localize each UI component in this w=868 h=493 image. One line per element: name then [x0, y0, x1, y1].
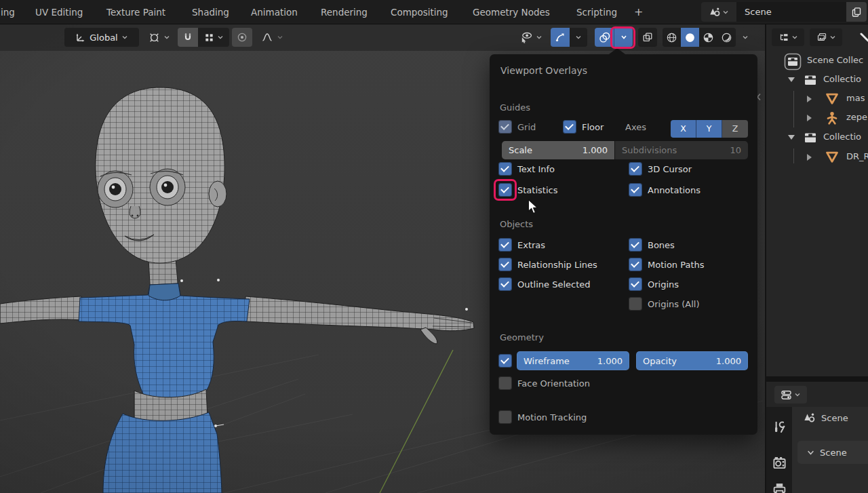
shading-solid-button[interactable] — [681, 28, 699, 47]
snap-settings-dropdown[interactable] — [198, 28, 229, 47]
checkbox[interactable] — [498, 120, 512, 134]
extras-checkbox[interactable]: Extras — [498, 238, 545, 252]
viewport-header: Global — [0, 24, 765, 51]
origins-all-checkbox[interactable]: Origins (All) — [629, 297, 699, 311]
chevron-down-icon — [807, 449, 814, 456]
properties-breadcrumb[interactable]: Scene — [803, 412, 848, 425]
new-scene-button[interactable] — [846, 2, 867, 22]
outline-selected-checkbox[interactable]: Outline Selected — [498, 277, 591, 291]
tab-tool-properties[interactable] — [766, 414, 792, 441]
statistics-checkbox[interactable]: Statistics — [498, 183, 557, 197]
workspace-tab-scripting[interactable]: Scripting — [576, 0, 617, 24]
outliner-row-collection-2[interactable]: Collectio — [766, 128, 868, 147]
checkbox[interactable] — [498, 277, 512, 291]
checkbox[interactable] — [629, 238, 642, 252]
checkbox[interactable] — [629, 277, 642, 291]
disclosure-caret-icon[interactable] — [788, 135, 795, 140]
workspace-tab-geometry-nodes[interactable]: Geometry Nodes — [473, 0, 550, 24]
axis-y-toggle[interactable]: Y — [696, 120, 722, 138]
scene-panel-header[interactable]: Scene — [797, 441, 868, 464]
checkbox[interactable] — [629, 162, 642, 176]
viewport-overlays-popover: Viewport Overlays Guides Grid Floor Axes… — [490, 54, 757, 435]
checkbox[interactable] — [629, 258, 642, 271]
origins-checkbox[interactable]: Origins — [629, 277, 679, 291]
grid-scale-slider[interactable]: Scale 1.000 — [502, 141, 614, 159]
outliner-row-mesh-2[interactable]: DR_R — [766, 148, 868, 167]
properties-editor-type-dropdown[interactable] — [774, 386, 807, 403]
disclosure-caret-icon[interactable] — [788, 77, 795, 82]
editor-divider[interactable] — [766, 376, 868, 382]
tab-render-properties[interactable] — [766, 449, 792, 476]
workspace-tab-partial[interactable]: ing — [1, 0, 15, 24]
outliner-display-mode-dropdown[interactable] — [772, 28, 804, 46]
outliner-row-mesh-1[interactable]: mas — [766, 90, 868, 109]
workspace-tab-texture-paint[interactable]: Texture Paint — [106, 0, 165, 24]
motion-paths-checkbox[interactable]: Motion Paths — [629, 258, 705, 271]
workspace-tab-uv-editing[interactable]: UV Editing — [35, 0, 83, 24]
checkbox[interactable] — [498, 258, 512, 271]
checkbox[interactable] — [498, 183, 512, 197]
shading-material-button[interactable] — [699, 28, 717, 47]
tab-output-properties[interactable] — [766, 479, 792, 493]
transform-orientation-dropdown[interactable]: Global — [64, 28, 139, 47]
shading-rendered-button[interactable] — [717, 28, 736, 47]
wireframe-sphere-icon — [666, 32, 677, 43]
mesh-triangle-icon — [825, 92, 840, 106]
relationship-lines-checkbox[interactable]: Relationship Lines — [498, 258, 597, 271]
workspace-tab-compositing[interactable]: Compositing — [391, 0, 448, 24]
show-object-types-dropdown[interactable] — [515, 28, 547, 47]
checkbox[interactable] — [563, 120, 576, 134]
disclosure-caret-icon[interactable] — [807, 96, 812, 102]
xray-toggle[interactable] — [638, 28, 657, 47]
shading-wireframe-button[interactable] — [663, 28, 681, 47]
outliner-row-collection-1[interactable]: Collectio — [766, 71, 868, 90]
checkbox[interactable] — [629, 183, 642, 197]
3d-viewport[interactable]: Global — [0, 24, 765, 493]
scene-name-field[interactable]: Scene — [736, 2, 846, 22]
outliner-row-scene-collection[interactable]: Scene Collec — [766, 52, 868, 71]
floor-checkbox[interactable]: Floor — [563, 120, 604, 134]
axis-x-toggle[interactable]: X — [671, 120, 696, 138]
outliner-row-armature[interactable]: zepe — [766, 109, 868, 127]
wireframe-slider[interactable]: Wireframe 1.000 — [517, 351, 629, 370]
disclosure-caret-icon[interactable] — [807, 154, 812, 161]
disclosure-caret-icon[interactable] — [807, 115, 812, 121]
axes-toggle-group: X Y Z — [671, 120, 748, 138]
show-gizmos-toggle[interactable] — [551, 28, 570, 47]
proportional-editing-toggle[interactable] — [232, 28, 252, 47]
show-overlays-toggle[interactable] — [595, 28, 614, 47]
3d-cursor-checkbox[interactable]: 3D Cursor — [629, 162, 692, 176]
search-icon[interactable] — [859, 30, 868, 45]
overlays-icon — [599, 32, 610, 43]
workspace-tab-rendering[interactable]: Rendering — [321, 0, 368, 24]
checkbox[interactable] — [498, 410, 512, 424]
tool-icon — [772, 420, 786, 434]
scene-datablock-dropdown[interactable] — [701, 2, 736, 22]
workspace-tab-animation[interactable]: Animation — [251, 0, 298, 24]
opacity-slider[interactable]: Opacity 1.000 — [636, 351, 748, 370]
gizmos-dropdown[interactable] — [570, 28, 587, 47]
proportional-falloff-dropdown[interactable] — [256, 28, 288, 47]
annotations-checkbox[interactable]: Annotations — [629, 183, 701, 197]
checkbox[interactable] — [498, 376, 512, 390]
outliner-filter-dropdown[interactable] — [810, 28, 842, 46]
face-orientation-checkbox[interactable]: Face Orientation — [498, 376, 590, 390]
checkbox[interactable] — [629, 297, 642, 311]
workspace-tab-shading[interactable]: Shading — [192, 0, 229, 24]
pivot-point-dropdown[interactable] — [144, 28, 175, 47]
motion-tracking-checkbox[interactable]: Motion Tracking — [498, 410, 587, 424]
checkbox[interactable] — [498, 162, 512, 176]
overlays-dropdown[interactable] — [614, 28, 633, 47]
properties-sliders-icon — [781, 389, 792, 401]
axis-z-toggle[interactable]: Z — [722, 120, 748, 138]
bones-checkbox[interactable]: Bones — [629, 238, 675, 252]
wireframe-checkbox[interactable] — [498, 354, 512, 368]
shading-dropdown[interactable] — [737, 28, 753, 47]
add-workspace-button[interactable]: + — [634, 0, 643, 24]
checkbox[interactable] — [498, 238, 512, 252]
checkbox[interactable] — [498, 354, 512, 368]
snap-toggle[interactable] — [178, 28, 198, 47]
grid-subdivisions-slider[interactable]: Subdivisions 10 — [615, 141, 748, 159]
grid-checkbox[interactable]: Grid — [498, 120, 536, 134]
text-info-checkbox[interactable]: Text Info — [498, 162, 555, 176]
